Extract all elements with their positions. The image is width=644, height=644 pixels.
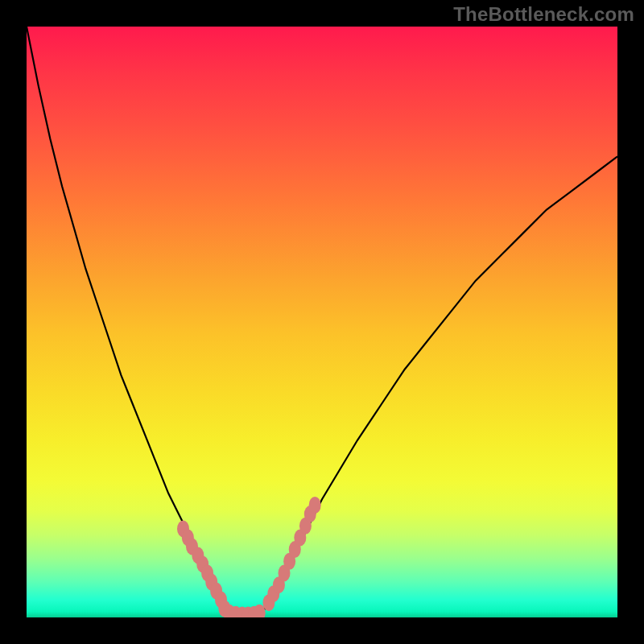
watermark-text: TheBottleneck.com <box>453 3 634 26</box>
data-dot <box>309 497 321 514</box>
curve-left <box>27 27 228 612</box>
dots-left <box>177 520 230 617</box>
dots-right <box>262 497 320 611</box>
curve-right <box>263 156 617 611</box>
chart-svg <box>27 27 617 617</box>
dots-floor <box>223 605 265 617</box>
chart-frame: TheBottleneck.com <box>0 0 644 644</box>
chart-plot-area <box>27 27 617 617</box>
